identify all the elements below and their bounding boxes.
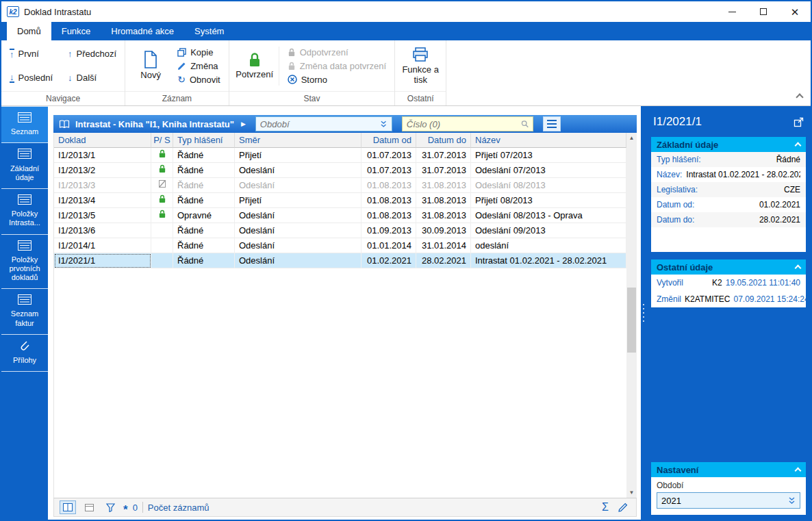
table-body: I1/2013/1ŘádnéPřijetí01.07.201331.07.201…	[54, 148, 626, 268]
sidebar-item-3[interactable]: Položky prvotních dokladů	[1, 235, 48, 290]
change-confirm-date-button[interactable]: Změna data potvrzení	[285, 60, 389, 72]
cell: 01.08.2013	[361, 193, 416, 208]
number-search-input[interactable]	[407, 119, 521, 129]
column-header-6[interactable]: Název	[471, 133, 626, 148]
table-row[interactable]: I1/2013/4ŘádnéPřijetí01.08.201331.08.201…	[54, 193, 626, 208]
detail-label: Datum od:	[657, 200, 694, 209]
period-filter-input[interactable]	[260, 119, 381, 129]
table-row[interactable]: I1/2014/1ŘádnéOdeslání01.01.201431.01.20…	[54, 238, 626, 253]
vertical-scrollbar[interactable]: ▲ ▼	[626, 133, 637, 498]
period-filter[interactable]	[255, 116, 392, 131]
table-zone: DokladP/ STyp hlášeníSměrDatum odDatum d…	[53, 133, 637, 498]
table-row[interactable]: I1/2013/2ŘádnéOdeslání01.07.201331.07.20…	[54, 163, 626, 178]
titlebar: k2 Doklad Intrastatu ✕	[1, 1, 811, 22]
collapse-ribbon-icon[interactable]	[796, 93, 803, 101]
last-icon: ↓	[10, 73, 14, 83]
table-row[interactable]: I1/2013/5OpravnéOdeslání01.08.201331.08.…	[54, 208, 626, 223]
table-row[interactable]: I1/2021/1ŘádnéOdeslání01.02.202128.02.20…	[54, 253, 626, 268]
detail-value: 28.02.2021	[759, 215, 800, 225]
detail-row: Název:Intrastat 01.02.2021 - 28.02.2021	[651, 167, 806, 182]
first-icon: ↑	[10, 49, 14, 59]
table-row[interactable]: I1/2013/6ŘádnéOdeslání01.09.201330.09.20…	[54, 223, 626, 238]
first-button[interactable]: ↑ První	[7, 48, 55, 60]
column-header-2[interactable]: Typ hlášení	[173, 133, 235, 148]
new-button[interactable]: Nový	[131, 49, 170, 82]
grid-menu-button[interactable]	[543, 116, 561, 131]
functions-print-button[interactable]: Funkce a tisk	[401, 45, 440, 87]
copy-button[interactable]: Kopie	[175, 47, 223, 58]
cell: 31.07.2013	[416, 163, 471, 178]
card-header-zakladni[interactable]: Základní údaje	[651, 137, 806, 152]
edit-grid-icon[interactable]	[618, 503, 628, 512]
card-header-ostatni[interactable]: Ostatní údaje	[651, 259, 806, 275]
funnel-icon	[106, 503, 115, 512]
confirm-button[interactable]: Potvrzení	[235, 51, 275, 81]
detail-row: Datum od:01.02.2021	[651, 197, 806, 212]
period-value: 2021	[661, 496, 681, 506]
cell: 31.07.2013	[416, 148, 471, 163]
cancel-button[interactable]: Storno	[285, 74, 389, 86]
cell: Řádné	[173, 163, 235, 178]
close-button[interactable]: ✕	[779, 1, 811, 22]
scroll-up-icon[interactable]: ▲	[626, 133, 637, 143]
open-in-window-icon[interactable]	[794, 117, 804, 127]
column-header-3[interactable]: Směr	[235, 133, 361, 148]
number-search[interactable]	[402, 116, 533, 131]
last-button[interactable]: ↓ Poslední	[7, 72, 55, 84]
detail-label: Typ hlášení:	[657, 155, 701, 164]
ribbon-tab-0[interactable]: Domů	[7, 22, 51, 40]
ribbon-tab-1[interactable]: Funkce	[51, 22, 101, 40]
next-button[interactable]: ↓ Další	[65, 72, 119, 84]
table-row[interactable]: I1/2013/3ŘádnéOdeslání01.08.201331.08.20…	[54, 178, 626, 193]
audit-timestamp: 07.09.2021 15:24:24	[733, 294, 809, 304]
audit-user: K2	[712, 278, 722, 288]
unconfirm-button[interactable]: Odpotvrzení	[285, 47, 389, 58]
panel-splitter[interactable]	[641, 106, 646, 520]
cancel-label: Storno	[301, 75, 327, 85]
sidebar-item-2[interactable]: Položky Intrasta...	[1, 189, 48, 235]
ps-cell	[151, 253, 173, 268]
cell: Odeslání 08/2013	[471, 178, 626, 193]
sidebar-item-5[interactable]: Přílohy	[1, 335, 48, 372]
maximize-icon	[760, 8, 767, 15]
card-title: Nastavení	[657, 465, 698, 475]
ribbon-tab-3[interactable]: Systém	[184, 22, 234, 40]
sidebar-item-4[interactable]: Seznam faktur	[1, 289, 48, 335]
cell: Odeslání	[235, 223, 361, 238]
card-header-nastaveni[interactable]: Nastavení	[651, 462, 806, 477]
period-select[interactable]: 2021	[657, 492, 800, 509]
maximize-button[interactable]	[748, 1, 779, 22]
next-icon: ↓	[68, 73, 73, 82]
sidebar-item-0[interactable]: Seznam	[1, 106, 48, 143]
expand-book-icon[interactable]: ▶	[241, 120, 246, 127]
table-row[interactable]: I1/2013/1ŘádnéPřijetí01.07.201331.07.201…	[54, 148, 626, 163]
column-header-5[interactable]: Datum do	[416, 133, 471, 148]
column-header-4[interactable]: Datum od	[361, 133, 416, 148]
filter-button[interactable]	[102, 500, 118, 514]
form-view-toggle[interactable]	[81, 500, 97, 514]
card-title: Základní údaje	[657, 140, 718, 150]
minimize-button[interactable]	[716, 1, 748, 22]
previous-button[interactable]: ↑ Předchozí	[65, 48, 119, 60]
window-title: Doklad Intrastatu	[24, 7, 91, 17]
scrollbar-track[interactable]	[626, 143, 637, 487]
ribbon-tab-2[interactable]: Hromadné akce	[101, 22, 184, 40]
table: DokladP/ STyp hlášeníSměrDatum odDatum d…	[53, 133, 626, 498]
group-label-zaznam: Záznam	[125, 91, 229, 105]
book-view-toggle[interactable]	[60, 500, 76, 514]
edit-button[interactable]: Změna	[175, 60, 223, 72]
book-title[interactable]: Intrastat - Kniha "I1, Kniha Intrastatu"	[75, 119, 234, 129]
scroll-down-icon[interactable]: ▼	[626, 487, 637, 498]
column-header-0[interactable]: Doklad	[54, 133, 151, 148]
list-icon	[18, 149, 31, 159]
double-chevron-icon[interactable]	[380, 120, 387, 128]
refresh-button[interactable]: ↻ Obnovit	[175, 74, 223, 86]
sidebar-item-1[interactable]: Základní údaje	[1, 143, 48, 189]
lock-green-icon	[158, 149, 166, 158]
detail-row: Legislativa:CZE	[651, 182, 806, 197]
sidebar-item-label: Přílohy	[13, 356, 36, 365]
scrollbar-thumb[interactable]	[627, 288, 636, 353]
column-header-1[interactable]: P/ S	[151, 133, 173, 148]
copy-icon	[177, 48, 186, 57]
sum-icon[interactable]: Σ	[602, 501, 609, 513]
